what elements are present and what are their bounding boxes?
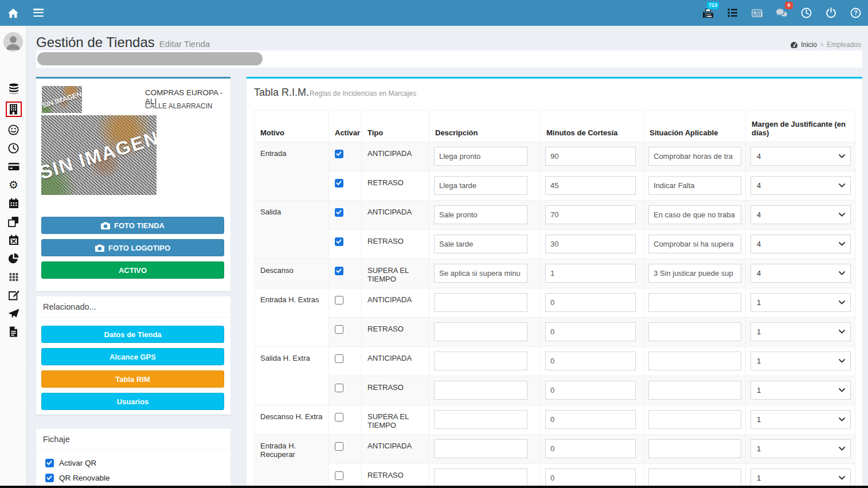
situacion-input[interactable] <box>648 322 741 341</box>
power-icon[interactable] <box>819 0 843 26</box>
activar-checkbox[interactable] <box>335 442 343 451</box>
pie-chart-icon[interactable] <box>8 253 19 264</box>
descripcion-input[interactable] <box>434 176 527 195</box>
margen-select[interactable]: 1 <box>750 322 851 341</box>
gear-icon[interactable]: ⚙ <box>8 179 19 190</box>
minutos-input[interactable] <box>545 205 636 224</box>
activar-checkbox[interactable] <box>335 208 343 217</box>
activar-checkbox[interactable] <box>335 237 343 246</box>
fax-icon[interactable]: 713 <box>695 0 720 26</box>
comments-icon[interactable]: 0 <box>769 0 794 26</box>
fichaje-checkbox[interactable] <box>45 474 54 482</box>
activo-button[interactable]: ACTIVO <box>41 261 224 279</box>
margen-select[interactable]: 4 <box>750 176 851 195</box>
redacted-control[interactable] <box>37 52 263 65</box>
descripcion-input[interactable] <box>434 469 527 487</box>
minutos-input[interactable] <box>545 176 636 195</box>
margen-select[interactable]: 1 <box>750 293 851 312</box>
descripcion-input[interactable] <box>434 264 527 283</box>
situacion-input[interactable] <box>648 410 741 429</box>
fichaje-checkbox[interactable] <box>45 459 54 467</box>
minutos-input[interactable] <box>545 264 636 283</box>
activar-checkbox[interactable] <box>335 413 343 421</box>
foto-logotipo-button[interactable]: FOTO LOGOTIPO <box>41 239 224 256</box>
situacion-input[interactable] <box>648 439 741 458</box>
minutos-input[interactable] <box>545 381 636 400</box>
related-button[interactable]: Tabla RIM <box>41 370 224 388</box>
clone-icon[interactable] <box>8 216 19 227</box>
file-icon[interactable] <box>8 326 19 337</box>
situacion-input[interactable] <box>648 293 741 312</box>
situacion-input[interactable] <box>648 176 741 195</box>
home-icon[interactable] <box>6 7 21 19</box>
activar-checkbox[interactable] <box>335 354 343 363</box>
foto-tienda-button[interactable]: FOTO TIENDA <box>41 217 224 234</box>
smiley-icon[interactable] <box>8 124 19 135</box>
database-icon[interactable] <box>8 83 19 94</box>
descripcion-input[interactable] <box>434 381 527 400</box>
list-ol-icon[interactable] <box>720 0 745 26</box>
related-button[interactable]: Alcance GPS <box>41 348 224 365</box>
help-icon[interactable]: ? <box>843 0 868 26</box>
dashboard-icon <box>790 41 798 49</box>
margen-select[interactable]: 1 <box>750 410 851 429</box>
minutos-input[interactable] <box>545 293 636 312</box>
descripcion-input[interactable] <box>434 352 527 370</box>
descripcion-input[interactable] <box>434 147 527 166</box>
situacion-input[interactable] <box>648 469 741 487</box>
descripcion-input[interactable] <box>434 410 527 429</box>
margen-select[interactable]: 4 <box>750 147 851 166</box>
margen-select[interactable]: 1 <box>750 352 851 370</box>
send-icon[interactable] <box>8 308 19 319</box>
descripcion-input[interactable] <box>434 235 527 253</box>
related-button[interactable]: Datos de Tienda <box>41 326 224 343</box>
related-button[interactable]: Usuarios <box>41 393 224 410</box>
activar-checkbox[interactable] <box>335 296 343 304</box>
margen-select[interactable]: 4 <box>750 205 851 224</box>
descripcion-input[interactable] <box>434 322 527 341</box>
calendar-x-icon[interactable] <box>8 235 19 245</box>
margen-select[interactable]: 1 <box>750 381 851 400</box>
minutos-input[interactable] <box>545 322 636 341</box>
descripcion-input[interactable] <box>434 205 527 224</box>
minutos-input[interactable] <box>545 469 636 487</box>
tipo-cell: ANTICIPADA <box>362 142 429 171</box>
descripcion-input[interactable] <box>434 293 527 312</box>
activar-checkbox[interactable] <box>335 179 343 188</box>
margen-select[interactable]: 1 <box>750 439 851 458</box>
situacion-input[interactable] <box>648 352 741 370</box>
clock-icon[interactable] <box>794 0 819 26</box>
edit-icon[interactable] <box>8 290 19 300</box>
margen-select[interactable]: 4 <box>750 235 851 253</box>
activar-checkbox[interactable] <box>335 150 343 158</box>
credit-card-icon[interactable] <box>8 161 19 172</box>
sidebar-toggle-icon[interactable] <box>33 9 44 17</box>
margen-select[interactable]: 4 <box>750 264 851 283</box>
building-icon[interactable] <box>6 101 22 117</box>
icon-sidebar: ⚙ <box>0 26 27 488</box>
situacion-input[interactable] <box>648 381 741 400</box>
activar-checkbox[interactable] <box>335 325 343 334</box>
activar-checkbox[interactable] <box>335 267 343 275</box>
minutos-input[interactable] <box>545 439 636 458</box>
grid-icon[interactable] <box>9 272 18 281</box>
rim-row: RETRASO4 <box>255 171 855 201</box>
descripcion-input[interactable] <box>434 439 527 458</box>
minutos-input[interactable] <box>545 410 636 429</box>
minutos-input[interactable] <box>545 235 636 253</box>
calendar-icon[interactable] <box>8 198 19 209</box>
clock-side-icon[interactable] <box>8 143 19 154</box>
avatar[interactable] <box>3 32 23 52</box>
newspaper-icon[interactable] <box>745 0 769 26</box>
situacion-input[interactable] <box>648 235 741 253</box>
situacion-input[interactable] <box>648 147 741 166</box>
minutos-input[interactable] <box>545 352 636 370</box>
situacion-input[interactable] <box>648 205 741 224</box>
activar-checkbox[interactable] <box>335 471 343 480</box>
breadcrumb-home[interactable]: Inicio <box>801 41 817 49</box>
activar-checkbox[interactable] <box>335 384 343 392</box>
margen-select[interactable]: 1 <box>750 469 851 487</box>
minutos-input[interactable] <box>545 147 636 166</box>
situacion-input[interactable] <box>648 264 741 283</box>
tipo-cell: SUPERA EL TIEMPO <box>362 259 429 288</box>
